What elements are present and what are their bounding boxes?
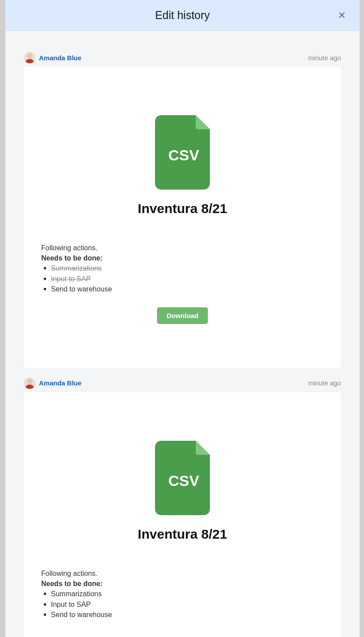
card-text: Following actions. Needs to be done: Sum… [41,243,324,294]
history-card: CSV Inventura 8/21 Following actions. Ne… [23,392,342,637]
list-item-text: Input to SAP [51,275,91,283]
backdrop-right [360,0,364,637]
csv-file-icon: CSV [155,115,210,190]
card-text: Following actions. Needs to be done: Sum… [41,568,324,620]
history-entry: Amanda Blue minute ago CSV Inventura 8/2… [23,52,342,369]
entry-header: Amanda Blue minute ago [23,52,342,63]
user-name: Amanda Blue [39,54,81,62]
list-item: Input to SAP [41,274,324,284]
file-icon-wrap: CSV [41,441,324,515]
entry-timestamp: minute ago [308,379,341,387]
card-title: Inventura 8/21 [41,527,324,542]
avatar [24,52,35,63]
svg-text:CSV: CSV [168,147,199,163]
history-card: CSV Inventura 8/21 Following actions. Ne… [23,66,342,369]
needs-done-label: Needs to be done: [41,579,324,589]
edit-history-modal: Edit history Amanda Blue minute ago [5,0,360,637]
list-item-text: Input to SAP [51,601,91,608]
list-item: Send to warehouse [41,284,324,294]
list-item-text: Send to warehouse [51,285,112,293]
file-icon-wrap: CSV [41,115,324,190]
list-item-text: Summarizations [51,590,102,598]
list-item: Send to warehouse [41,610,324,620]
backdrop-left [0,0,5,637]
user-name: Amanda Blue [39,379,81,387]
history-entry: Amanda Blue minute ago CSV Inventura 8/2… [23,377,342,637]
intro-text: Following actions. [41,568,324,579]
svg-text:CSV: CSV [168,472,199,489]
todo-list: Summarizations Input to SAP Send to ware… [41,589,324,620]
list-item: Summarizations [41,263,324,273]
modal-header: Edit history [5,0,360,31]
modal-body[interactable]: Amanda Blue minute ago CSV Inventura 8/2… [5,31,360,637]
download-wrap: Download [41,307,324,324]
list-item-text: Send to warehouse [51,611,112,618]
list-item-text: Summarizations [51,264,102,272]
close-button[interactable] [337,10,347,20]
avatar [24,377,35,389]
entry-user[interactable]: Amanda Blue [24,377,81,389]
entry-header: Amanda Blue minute ago [23,377,342,389]
list-item: Summarizations [41,589,324,599]
todo-list: Summarizations Input to SAP Send to ware… [41,263,324,294]
entry-user[interactable]: Amanda Blue [24,52,81,63]
download-button[interactable]: Download [157,307,208,324]
entry-timestamp: minute ago [308,54,341,62]
intro-text: Following actions. [41,243,324,253]
list-item: Input to SAP [41,599,324,610]
card-title: Inventura 8/21 [41,201,324,216]
csv-file-icon: CSV [155,441,210,515]
modal-title: Edit history [155,9,210,22]
needs-done-label: Needs to be done: [41,253,324,263]
close-icon [338,11,346,19]
